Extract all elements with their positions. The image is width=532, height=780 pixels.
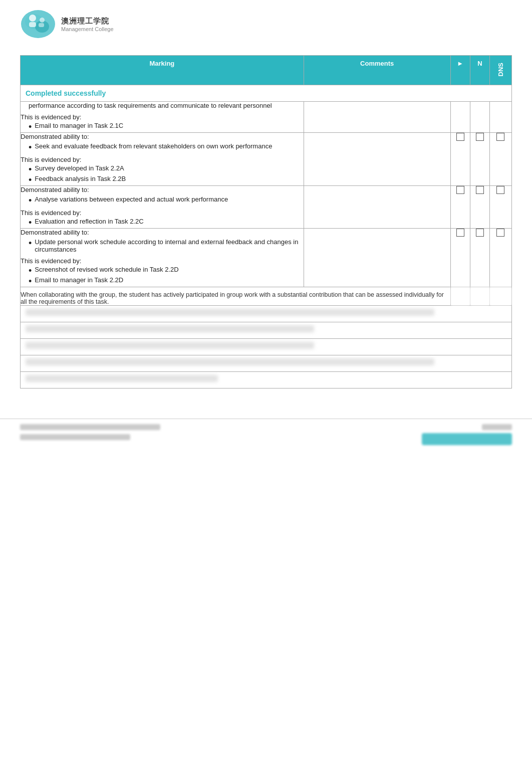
page: 澳洲理工学院 Management College Marking Commen… — [0, 0, 532, 780]
info-cell-assessor-name — [21, 339, 512, 355]
checkbox-s-3[interactable] — [456, 186, 464, 194]
checkbox-n-4[interactable] — [476, 229, 484, 237]
task-outcome-blurred — [21, 306, 511, 322]
bullet-icon: • — [29, 218, 32, 227]
evidence-text: Feedback analysis in Task 2.2B — [35, 175, 126, 182]
logo-text: 澳洲理工学院 Management College — [61, 17, 114, 32]
check-s-4[interactable] — [450, 229, 470, 287]
check-s-group — [450, 287, 470, 306]
blurred-line — [26, 358, 434, 365]
checkbox-dns-4[interactable] — [496, 229, 504, 237]
evidence-item-4-1: • Screenshot of revised work schedule in… — [21, 266, 304, 275]
assessor-sig-blurred — [21, 355, 511, 371]
table-row: Demonstrated ability to: • Update person… — [21, 229, 512, 287]
check-s-1 — [450, 102, 470, 133]
performance-text: performance according to task requiremen… — [29, 102, 272, 109]
info-row-assessor-name — [21, 339, 512, 355]
checkbox-n-3[interactable] — [476, 186, 484, 194]
comments-cell-1 — [304, 102, 450, 133]
info-cell-student — [21, 322, 512, 339]
table-row: Demonstrated ability to: • Seek and eval… — [21, 133, 512, 186]
footer-left — [20, 424, 160, 442]
check-s-3[interactable] — [450, 186, 470, 229]
table-row: Demonstrated ability to: • Analyse varia… — [21, 186, 512, 229]
student-blurred — [21, 322, 511, 338]
comments-cell-4 — [304, 229, 450, 287]
svg-rect-5 — [29, 22, 36, 27]
evidence-text: Evaluation and reflection in Task 2.2C — [35, 218, 143, 225]
marking-cell-1: performance according to task requiremen… — [21, 102, 304, 133]
check-n-4[interactable] — [470, 229, 489, 287]
evidence-item-2-2: • Feedback analysis in Task 2.2B — [21, 175, 304, 184]
logo-sub-text: Management College — [61, 26, 114, 32]
footer-right — [422, 424, 512, 445]
footer-page-num — [482, 424, 512, 430]
header: 澳洲理工学院 Management College — [0, 0, 532, 45]
check-dns-3[interactable] — [489, 186, 511, 229]
bullet-icon: • — [29, 143, 32, 152]
bullet-icon: • — [29, 196, 32, 205]
info-cell-assessor-sig — [21, 355, 512, 372]
svg-point-3 — [29, 15, 36, 22]
check-s-2[interactable] — [450, 133, 470, 186]
evidence-item-2-1: • Survey developed in Task 2.2A — [21, 164, 304, 174]
section-title-text: Completed successfully — [26, 89, 106, 97]
check-n-3[interactable] — [470, 186, 489, 229]
evidenced-label-3: This is evidenced by: — [21, 209, 304, 217]
marking-cell-3: Demonstrated ability to: • Analyse varia… — [21, 186, 304, 229]
bullet-icon: • — [29, 175, 32, 184]
blurred-line — [26, 325, 314, 332]
bullet-icon: • — [29, 165, 32, 174]
evidence-item-4-2: • Email to manager in Task 2.2D — [21, 276, 304, 286]
info-cell-date — [21, 372, 512, 388]
group-collab-cell: When collaborating with the group, the s… — [21, 287, 451, 306]
info-row-date — [21, 372, 512, 388]
evidence-text: Email to manager in Task 2.2D — [35, 276, 123, 284]
svg-rect-6 — [39, 23, 44, 27]
bullet-text-4: Update personal work schedule according … — [35, 238, 303, 253]
checkbox-dns-3[interactable] — [496, 186, 504, 194]
bullet-3: • Analyse variations between expected an… — [21, 196, 304, 205]
check-dns-4[interactable] — [489, 229, 511, 287]
checkbox-s-2[interactable] — [456, 133, 464, 141]
logo-icon — [20, 9, 56, 39]
svg-point-4 — [40, 18, 45, 23]
dns-label: DNS — [495, 60, 506, 79]
info-row-student — [21, 322, 512, 339]
check-n-group — [470, 287, 489, 306]
footer — [0, 419, 532, 450]
checkbox-s-4[interactable] — [456, 229, 464, 237]
check-dns-2[interactable] — [489, 133, 511, 186]
evidenced-label-4: This is evidenced by: — [21, 257, 304, 265]
comments-cell-3 — [304, 186, 450, 229]
bullet-icon: • — [29, 122, 32, 131]
logo-main-text: 澳洲理工学院 — [61, 17, 114, 26]
info-row-task-outcome — [21, 306, 512, 322]
evidenced-label-2: This is evidenced by: — [21, 156, 304, 163]
section-title-row: Completed successfully — [21, 85, 512, 102]
check-dns-group — [489, 287, 511, 306]
bullet-icon: • — [29, 277, 32, 286]
bullet-text-2: Seek and evaluate feedback from relevant… — [35, 142, 272, 150]
checkbox-dns-2[interactable] — [496, 133, 504, 141]
demonstrated-2: Demonstrated ability to: — [21, 133, 304, 140]
header-marking: Marking — [21, 56, 304, 85]
group-collab-row: When collaborating with the group, the s… — [21, 287, 512, 306]
marking-table: Marking Comments ► N DNS Completed succe… — [20, 55, 512, 388]
info-cell-task-outcome — [21, 306, 512, 322]
header-comments: Comments — [304, 56, 450, 85]
evidenced-label-1: This is evidenced by: — [21, 113, 304, 121]
check-n-2[interactable] — [470, 133, 489, 186]
footer-badge — [422, 433, 512, 445]
comments-cell-2 — [304, 133, 450, 186]
evidence-item-1-1: • Email to manager in Task 2.1C — [21, 122, 304, 131]
bullet-icon: • — [29, 239, 32, 248]
bullet-2: • Seek and evaluate feedback from releva… — [21, 142, 304, 152]
checkbox-n-2[interactable] — [476, 133, 484, 141]
evidence-text: Survey developed in Task 2.2A — [35, 164, 124, 172]
blurred-line — [26, 375, 218, 382]
table-row: performance according to task requiremen… — [21, 102, 512, 133]
date-blurred — [21, 372, 511, 388]
assessor-name-blurred — [21, 339, 511, 355]
bullet-4: • Update personal work schedule accordin… — [21, 238, 304, 253]
